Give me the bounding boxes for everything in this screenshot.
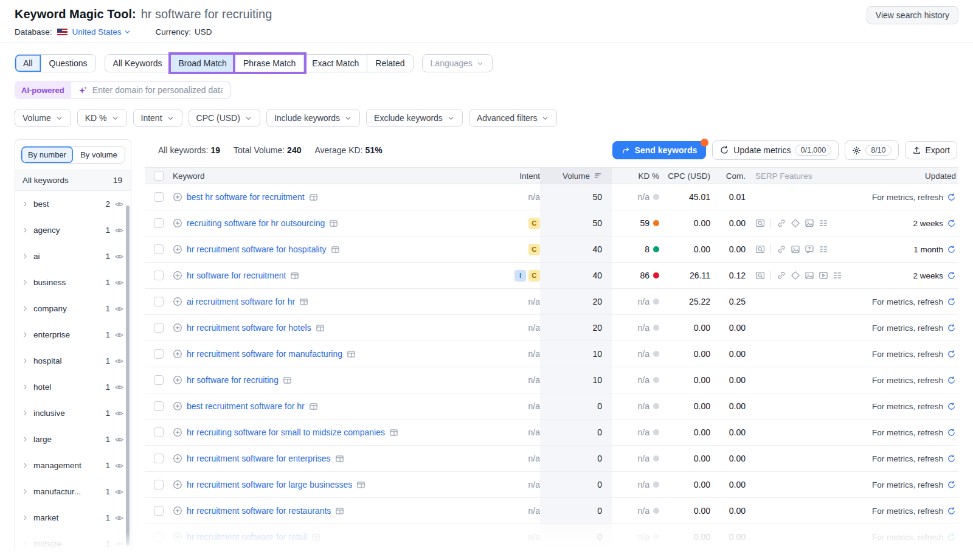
keyword-link[interactable]: hr recruitment software for hotels xyxy=(187,323,311,333)
add-keyword-icon[interactable] xyxy=(173,218,182,228)
featured-snippet-icon[interactable] xyxy=(791,271,800,280)
refresh-icon[interactable] xyxy=(947,245,956,254)
serp-preview-icon[interactable] xyxy=(335,506,344,516)
sidebar-group-large[interactable]: large1 xyxy=(15,426,131,452)
row-checkbox[interactable] xyxy=(154,532,164,542)
refresh-icon[interactable] xyxy=(947,376,956,385)
sidebar-group-inclusive[interactable]: inclusive1 xyxy=(15,400,131,426)
refresh-icon[interactable] xyxy=(947,271,956,280)
filter-kd-[interactable]: KD % xyxy=(77,109,127,127)
related-searches-icon[interactable] xyxy=(819,244,828,254)
eye-icon[interactable] xyxy=(114,252,124,261)
refresh-icon[interactable] xyxy=(947,219,956,228)
serp-preview-icon[interactable] xyxy=(347,350,356,359)
tab-all-keywords[interactable]: All Keywords xyxy=(105,55,171,72)
add-keyword-icon[interactable] xyxy=(173,375,182,385)
sidebar-group-midsize[interactable]: midsize1 xyxy=(15,531,131,550)
sidebar-group-hotel[interactable]: hotel1 xyxy=(15,374,131,400)
sidebar-group-enterprise[interactable]: enterprise1 xyxy=(15,322,131,348)
add-keyword-icon[interactable] xyxy=(173,323,182,333)
serp-preview-icon[interactable] xyxy=(299,297,308,306)
related-searches-icon[interactable] xyxy=(819,218,828,228)
sitelinks-icon[interactable] xyxy=(777,271,786,280)
serp-preview-icon[interactable] xyxy=(290,271,299,280)
eye-icon[interactable] xyxy=(114,487,124,497)
view-search-history-button[interactable]: View search history xyxy=(867,6,958,24)
sidebar-group-agency[interactable]: agency1 xyxy=(15,217,131,243)
serp-preview-icon[interactable] xyxy=(755,244,765,254)
keyword-link[interactable]: hr software for recruitment xyxy=(187,271,286,280)
add-keyword-icon[interactable] xyxy=(173,244,182,254)
languages-dropdown[interactable]: Languages xyxy=(422,54,493,72)
sidebar-group-manufactur-[interactable]: manufactur...1 xyxy=(15,479,131,505)
toggle-by-number[interactable]: By number xyxy=(21,147,73,163)
eye-icon[interactable] xyxy=(114,513,124,523)
domain-input-wrap[interactable] xyxy=(71,81,230,99)
toggle-by-volume[interactable]: By volume xyxy=(73,147,125,163)
image-pack-icon[interactable] xyxy=(805,271,814,280)
domain-input[interactable] xyxy=(92,85,223,95)
tab-related[interactable]: Related xyxy=(367,55,412,72)
row-checkbox[interactable] xyxy=(154,349,164,359)
add-keyword-icon[interactable] xyxy=(173,271,182,280)
send-keywords-button[interactable]: Send keywords xyxy=(612,141,707,159)
add-keyword-icon[interactable] xyxy=(173,480,182,489)
sitelinks-icon[interactable] xyxy=(777,244,786,254)
database-selector[interactable]: United States xyxy=(72,27,131,36)
eye-icon[interactable] xyxy=(114,330,124,340)
sitelinks-icon[interactable] xyxy=(777,218,786,228)
keyword-link[interactable]: hr recruiting software for small to mids… xyxy=(187,427,385,437)
image-pack-icon[interactable] xyxy=(805,218,814,228)
eye-icon[interactable] xyxy=(114,278,124,288)
sidebar-group-business[interactable]: business1 xyxy=(15,269,131,296)
row-checkbox[interactable] xyxy=(154,375,164,385)
serp-preview-icon[interactable] xyxy=(309,193,318,202)
add-keyword-icon[interactable] xyxy=(173,427,182,437)
add-keyword-icon[interactable] xyxy=(173,532,182,542)
keyword-link[interactable]: hr recruitment software for large busine… xyxy=(187,480,352,489)
serp-preview-icon[interactable] xyxy=(389,428,398,437)
all-keywords-group[interactable]: All keywords 19 xyxy=(15,170,131,191)
row-checkbox[interactable] xyxy=(154,244,164,254)
row-checkbox[interactable] xyxy=(154,323,164,333)
row-checkbox[interactable] xyxy=(154,506,164,516)
video-icon[interactable] xyxy=(819,271,828,280)
refresh-icon[interactable] xyxy=(947,454,956,463)
filter-exclude-keywords[interactable]: Exclude keywords xyxy=(366,109,463,127)
keyword-link[interactable]: hr software for recruiting xyxy=(187,375,279,385)
keyword-link[interactable]: ai recruitment software for hr xyxy=(187,297,295,306)
tab-all[interactable]: All xyxy=(15,55,41,72)
filter-include-keywords[interactable]: Include keywords xyxy=(266,109,360,127)
serp-preview-icon[interactable] xyxy=(755,218,765,228)
add-keyword-icon[interactable] xyxy=(173,454,182,463)
update-metrics-button[interactable]: Update metrics 0/1,000 xyxy=(712,140,839,160)
image-pack-icon[interactable] xyxy=(791,244,800,254)
serp-preview-icon[interactable] xyxy=(309,402,318,411)
column-volume[interactable]: Volume xyxy=(540,168,612,184)
serp-preview-icon[interactable] xyxy=(283,376,292,385)
keyword-link[interactable]: hr recruitment software for manufacturin… xyxy=(187,349,342,359)
sidebar-group-company[interactable]: company1 xyxy=(15,296,131,322)
sidebar-group-management[interactable]: management1 xyxy=(15,452,131,479)
tab-phrase-match-annotated[interactable]: Phrase Match xyxy=(235,55,304,72)
add-keyword-icon[interactable] xyxy=(173,401,182,411)
tab-questions[interactable]: Questions xyxy=(41,55,95,72)
row-checkbox[interactable] xyxy=(154,480,164,489)
keyword-link[interactable]: hr recruitment software for retail xyxy=(187,532,307,542)
add-keyword-icon[interactable] xyxy=(173,297,182,306)
serp-preview-icon[interactable] xyxy=(335,454,344,463)
keyword-link[interactable]: best recruitment software for hr xyxy=(187,401,305,411)
row-checkbox[interactable] xyxy=(154,192,164,202)
serp-preview-icon[interactable] xyxy=(356,480,365,489)
refresh-icon[interactable] xyxy=(947,323,956,333)
sidebar-group-best[interactable]: best2 xyxy=(15,191,131,217)
sidebar-group-hospital[interactable]: hospital1 xyxy=(15,348,131,374)
filter-intent[interactable]: Intent xyxy=(133,109,182,127)
filter-volume[interactable]: Volume xyxy=(15,109,71,127)
add-keyword-icon[interactable] xyxy=(173,349,182,359)
refresh-icon[interactable] xyxy=(947,506,956,516)
column-keyword[interactable]: Keyword xyxy=(173,171,501,181)
column-intent[interactable]: Intent xyxy=(501,171,540,181)
refresh-icon[interactable] xyxy=(947,533,956,542)
sidebar-group-ai[interactable]: ai1 xyxy=(15,243,131,269)
